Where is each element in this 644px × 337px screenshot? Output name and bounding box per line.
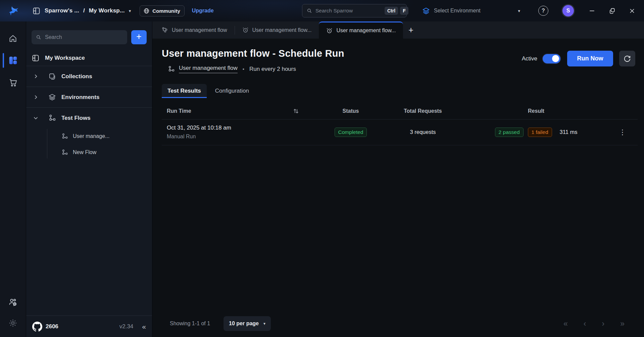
layers-icon [48, 93, 56, 101]
run-type-value: Manual Run [167, 134, 320, 140]
row-menu-kebab-icon[interactable]: ⋮ [616, 127, 629, 137]
content-tabs: Test Results Configuration [152, 84, 644, 98]
next-page-button[interactable]: › [602, 320, 605, 328]
flow-link-label[interactable]: User management flow [179, 65, 238, 73]
flow-icon [162, 27, 168, 33]
tab-scheduled-run-2-active[interactable]: User management flow... [319, 21, 403, 39]
test-flows-label: Test Flows [61, 115, 91, 122]
community-button[interactable]: Community [140, 5, 185, 16]
tab-configuration[interactable]: Configuration [209, 84, 255, 98]
header-status: Status [320, 108, 381, 114]
avatar[interactable]: S [562, 5, 574, 16]
chevron-right-icon[interactable] [32, 74, 40, 79]
new-tab-button[interactable]: + [403, 21, 418, 39]
tab-label: User management flow... [336, 28, 396, 34]
failed-badge: 1 failed [528, 128, 552, 137]
activity-rail [0, 21, 26, 337]
community-label: Community [152, 8, 180, 14]
showing-count: Showing 1-1 of 1 [170, 321, 210, 327]
chevron-right-icon[interactable] [32, 94, 40, 100]
sidebar-workspace-header[interactable]: My Workspace [26, 50, 152, 66]
test-flow-icon [61, 149, 68, 156]
globe-icon [143, 8, 150, 14]
sidebar-item-test-flows[interactable]: Test Flows [26, 108, 152, 128]
alarm-clock-icon [242, 27, 249, 33]
total-requests-value: 3 requests [381, 129, 465, 135]
tab-label: User management flow... [252, 27, 312, 33]
sidebar-search[interactable] [32, 30, 127, 44]
shortcut-f-key: F [400, 7, 408, 15]
sidebar-item-collections[interactable]: Collections [26, 66, 152, 87]
test-flow-icon [48, 114, 56, 122]
breadcrumb-separator: / [83, 7, 85, 14]
environment-label: Select Environment [434, 8, 481, 14]
layers-icon [422, 7, 430, 15]
chevron-down-icon: ▾ [263, 322, 265, 326]
community-feedback-icon[interactable] [0, 293, 26, 311]
pagination: « ‹ › » [563, 320, 625, 328]
workspace-panel-icon [32, 7, 41, 15]
collapse-sidebar-icon[interactable]: « [142, 323, 146, 330]
chevron-down-icon[interactable]: ▾ [129, 9, 131, 13]
home-icon[interactable] [0, 30, 26, 47]
per-page-value: 10 per page [229, 321, 259, 327]
flow-item-user-management[interactable]: User manage... [47, 128, 152, 144]
sidebar-footer: 2606 v2.34 « [26, 316, 152, 337]
toggle-knob [552, 55, 559, 62]
environment-selector[interactable]: Select Environment ▾ [422, 7, 520, 15]
global-search[interactable]: Ctrl F [302, 4, 407, 17]
sidebar-item-environments[interactable]: Environments [26, 87, 152, 107]
settings-gear-icon[interactable] [0, 314, 26, 332]
refresh-button[interactable] [619, 51, 635, 66]
workspace-breadcrumb[interactable]: Sparrow's ... / My Worksp... ▾ [32, 7, 131, 15]
close-button[interactable] [629, 8, 635, 14]
collections-icon [48, 73, 56, 80]
flow-item-new-flow[interactable]: New Flow [47, 144, 152, 160]
active-toggle[interactable] [543, 54, 560, 63]
tab-scheduled-run-1[interactable]: User management flow... [235, 21, 319, 39]
header-total-requests: Total Requests [381, 108, 465, 114]
minimize-button[interactable] [589, 7, 595, 14]
alarm-clock-icon [326, 28, 333, 34]
github-star-count: 2606 [46, 323, 58, 330]
flow-item-label: User manage... [73, 133, 109, 139]
main-panel: User management flow User management flo… [152, 21, 644, 337]
shortcut-ctrl-key: Ctrl [385, 7, 398, 15]
sort-icon[interactable] [292, 107, 300, 115]
maximize-button[interactable] [609, 7, 615, 14]
flow-item-label: New Flow [73, 149, 96, 155]
refresh-icon [624, 55, 631, 62]
upgrade-link[interactable]: Upgrade [192, 8, 214, 14]
window-controls [589, 7, 644, 14]
search-icon [306, 8, 312, 14]
header-result: Result [465, 108, 607, 114]
environments-label: Environments [61, 94, 99, 101]
workspace-dashboard-icon[interactable] [0, 52, 26, 69]
sidebar-search-input[interactable] [45, 34, 123, 40]
run-now-button[interactable]: Run Now [567, 51, 613, 66]
marketplace-cart-icon[interactable] [0, 74, 26, 91]
breadcrumb-current: My Worksp... [89, 7, 125, 14]
sidebar: + My Workspace [26, 21, 152, 337]
github-icon[interactable] [32, 322, 42, 332]
workspace-title: My Workspace [45, 55, 85, 61]
table-row[interactable]: Oct 31, 2025 at 10:18 am Manual Run Comp… [162, 119, 638, 145]
breadcrumb-workspace: Sparrow's ... [45, 7, 79, 14]
help-button[interactable]: ? [538, 6, 548, 16]
flow-breadcrumb-link[interactable]: User management flow [168, 65, 238, 73]
prev-page-button[interactable]: ‹ [584, 320, 586, 328]
add-new-button[interactable]: + [131, 30, 147, 44]
tab-test-results[interactable]: Test Results [162, 84, 207, 98]
per-page-select[interactable]: 10 per page ▾ [224, 316, 271, 331]
tab-label: User management flow [172, 27, 227, 33]
status-badge: Completed [335, 128, 367, 137]
test-flow-icon [61, 133, 68, 140]
last-page-button[interactable]: » [620, 320, 625, 328]
tab-strip: User management flow User management flo… [152, 21, 644, 39]
sparrow-logo[interactable] [0, 5, 26, 17]
global-search-input[interactable] [315, 8, 383, 14]
tab-user-management-flow[interactable]: User management flow [154, 21, 235, 39]
chevron-down-icon[interactable] [32, 115, 40, 121]
first-page-button[interactable]: « [563, 320, 568, 328]
schedule-frequency: Run every 2 hours [249, 66, 296, 73]
